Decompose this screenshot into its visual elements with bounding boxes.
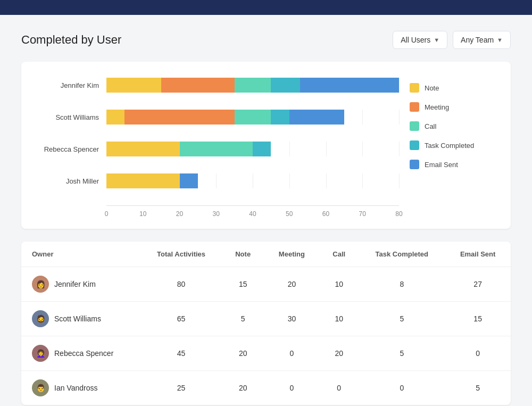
cell-call: 10 [319, 267, 359, 302]
legend-label-note: Note [425, 84, 439, 92]
bar-segment-taskCompleted [271, 78, 300, 93]
chart-card: Jennifer KimScott WilliamsRebecca Spence… [21, 62, 511, 229]
cell-note: 20 [222, 336, 264, 371]
bar-label: Rebecca Spencer [37, 145, 106, 153]
bar-label: Scott Williams [37, 113, 106, 121]
x-axis-tick: 10 [139, 210, 146, 218]
cell-meeting: 0 [264, 336, 320, 371]
bar-label: Josh Miller [37, 177, 106, 185]
legend-color-emailSent [410, 160, 419, 169]
x-axis-tick: 0 [105, 210, 109, 218]
users-filter-dropdown[interactable]: All Users ▼ [393, 31, 447, 49]
bar-segment-note [106, 110, 124, 125]
team-filter-chevron-icon: ▼ [497, 37, 503, 43]
owner-name: Scott Williams [54, 314, 101, 323]
x-axis-tick: 50 [286, 210, 293, 218]
team-filter-dropdown[interactable]: Any Team ▼ [453, 31, 511, 49]
avatar: 👨 [32, 379, 49, 396]
bar-segment-call [235, 78, 271, 93]
x-axis-tick: 40 [249, 210, 256, 218]
cell-note: 5 [222, 302, 264, 336]
bar-segment-taskCompleted [253, 142, 271, 156]
x-axis-tick: 60 [322, 210, 329, 218]
legend-color-call [410, 121, 419, 131]
avatar: 🧔 [32, 310, 49, 327]
table-header-owner: Owner [21, 242, 141, 267]
bar-segment-meeting [124, 110, 234, 125]
legend-label-taskCompleted: Task Completed [425, 142, 474, 150]
bar-segment-emailSent [289, 110, 344, 125]
bar-row: Scott Williams [37, 110, 399, 125]
owner-cell: 👨Ian Vandross [21, 371, 141, 405]
cell-total: 65 [141, 302, 222, 336]
owner-name: Ian Vandross [54, 384, 97, 392]
legend-label-emailSent: Email Sent [425, 161, 458, 169]
x-axis-tick: 80 [395, 210, 402, 218]
legend-item-taskCompleted: Task Completed [410, 140, 495, 150]
table-header-note: Note [222, 242, 264, 267]
cell-taskCompleted: 0 [359, 371, 445, 405]
table-row: 🧔Scott Williams6553010515 [21, 302, 511, 336]
table-header-call: Call [319, 242, 359, 267]
owner-cell: 👩Jennifer Kim [21, 267, 141, 302]
bar-row: Josh Miller [37, 173, 399, 188]
bar-row: Jennifer Kim [37, 78, 399, 93]
owner-name: Jennifer Kim [54, 280, 96, 288]
users-filter-label: All Users [401, 36, 430, 44]
bar-segment-emailSent [300, 78, 399, 93]
table-header-meeting: Meeting [264, 242, 320, 267]
bar-track [106, 110, 399, 125]
table-header-task-completed: Task Completed [359, 242, 445, 267]
users-filter-chevron-icon: ▼ [434, 37, 439, 43]
legend-item-call: Call [410, 121, 495, 131]
bar-segment-call [180, 142, 253, 156]
cell-emailSent: 27 [445, 267, 511, 302]
bar-segment-taskCompleted [271, 110, 289, 125]
bar-segment-note [106, 78, 161, 93]
legend-color-note [410, 83, 419, 93]
legend: NoteMeetingCallTask CompletedEmail Sent [410, 78, 495, 218]
bar-track [106, 142, 399, 156]
avatar: 👩 [32, 276, 49, 293]
bar-track [106, 173, 399, 188]
bar-row: Rebecca Spencer [37, 142, 399, 156]
cell-call: 0 [319, 371, 359, 405]
owner-cell: 👩‍🦱Rebecca Spencer [21, 336, 141, 371]
legend-item-note: Note [410, 83, 495, 93]
cell-total: 25 [141, 371, 222, 405]
bar-chart: Jennifer KimScott WilliamsRebecca Spence… [37, 78, 399, 188]
legend-item-emailSent: Email Sent [410, 160, 495, 169]
legend-color-meeting [410, 102, 419, 112]
legend-item-meeting: Meeting [410, 102, 495, 112]
avatar: 👩‍🦱 [32, 345, 49, 362]
page-container: Completed by User All Users ▼ Any Team ▼… [0, 15, 532, 406]
chart-area: Jennifer KimScott WilliamsRebecca Spence… [37, 78, 399, 218]
table-row: 👩‍🦱Rebecca Spencer452002050 [21, 336, 511, 371]
x-axis-tick: 30 [213, 210, 220, 218]
bar-segment-note [106, 173, 180, 188]
team-filter-label: Any Team [461, 36, 494, 44]
filter-row: All Users ▼ Any Team ▼ [393, 31, 511, 49]
cell-taskCompleted: 5 [359, 302, 445, 336]
cell-meeting: 20 [264, 267, 320, 302]
table-card: OwnerTotal ActivitiesNoteMeetingCallTask… [21, 242, 511, 405]
bar-segment-meeting [161, 78, 235, 93]
table-header-total-activities: Total Activities [141, 242, 222, 267]
cell-meeting: 0 [264, 371, 320, 405]
cell-taskCompleted: 5 [359, 336, 445, 371]
cell-total: 45 [141, 336, 222, 371]
bar-segment-note [106, 142, 180, 156]
legend-color-taskCompleted [410, 140, 419, 150]
table-row: 👩Jennifer Kim80152010827 [21, 267, 511, 302]
table-header-email-sent: Email Sent [445, 242, 511, 267]
cell-emailSent: 5 [445, 371, 511, 405]
legend-label-meeting: Meeting [425, 103, 449, 111]
bar-track [106, 78, 399, 93]
table-row: 👨Ian Vandross25200005 [21, 371, 511, 405]
header-row: Completed by User All Users ▼ Any Team ▼ [21, 31, 511, 49]
x-axis-tick: 70 [359, 210, 366, 218]
cell-emailSent: 0 [445, 336, 511, 371]
page-title: Completed by User [21, 33, 121, 47]
owner-cell: 🧔Scott Williams [21, 302, 141, 336]
legend-label-call: Call [425, 122, 436, 130]
